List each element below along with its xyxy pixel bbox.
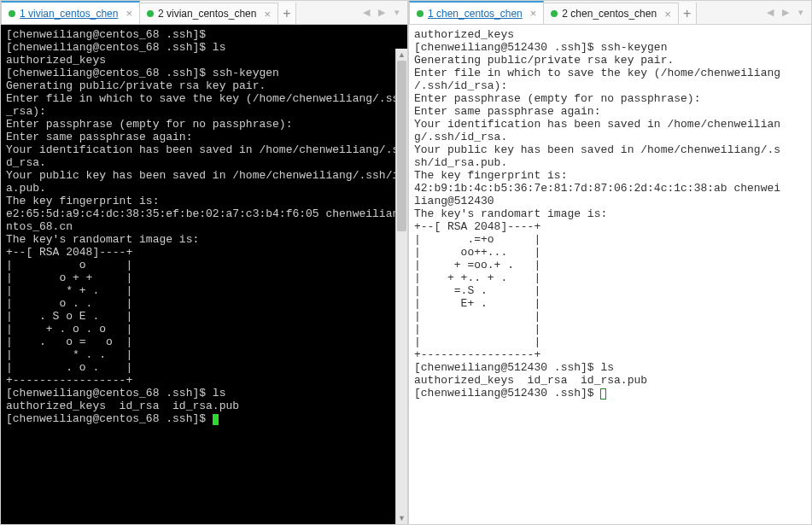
terminal-line: _rsa): [6, 105, 53, 118]
terminal-line: authorized_keys [414, 28, 514, 41]
close-icon[interactable]: × [664, 8, 671, 20]
terminal-line: +--[ RSA 2048]----+ [414, 220, 540, 233]
terminal-line: Enter passphrase (empty for no passphras… [414, 92, 707, 105]
terminal-line: sh/id_rsa.pub. [414, 156, 507, 169]
terminal-line: authorized_keys id_rsa id_rsa.pub [414, 374, 647, 387]
terminal-line: Enter file in which to save the key (/ho… [6, 92, 407, 105]
status-dot-icon [9, 10, 15, 17]
terminal-line: | E+ . | [414, 297, 540, 310]
tab-nav: ◀ ▶ ▾ [356, 1, 407, 24]
terminal-line: Enter same passphrase again: [414, 105, 607, 118]
left-terminal[interactable]: [chenweiliang@centos_68 .ssh]$ [chenweil… [1, 25, 407, 524]
tab-next-icon[interactable]: ▶ [779, 5, 792, 20]
tab-label: 1 chen_centos_chen [428, 8, 523, 20]
terminal-line: [chenweiliang@centos_68 .ssh]$ ssh-keyge… [6, 67, 279, 79]
terminal-line: | oo++... | [414, 246, 540, 259]
terminal-line: Your public key has been saved in /home/… [6, 169, 407, 182]
left-pane: 1 vivian_centos_chen × 2 vivian_centos_c… [0, 0, 408, 525]
left-scrollbar[interactable]: ▲ ▼ [395, 49, 407, 524]
terminal-line: authorized_keys [6, 54, 106, 67]
terminal-line: [chenweiliang@centos_68 .ssh]$ ls [6, 387, 225, 400]
terminal-line: ntos_68.cn [6, 220, 73, 233]
terminal-line: Generating public/private rsa key pair. [414, 54, 674, 67]
right-terminal[interactable]: authorized_keys [chenweiliang@512430 .ss… [409, 25, 811, 524]
terminal-line: [chenweiliang@512430 .ssh]$ [414, 387, 600, 400]
terminal-line: | o | [6, 259, 132, 271]
terminal-line: | | [414, 335, 540, 348]
terminal-line: | * . . | [6, 348, 132, 361]
close-icon[interactable]: × [126, 7, 132, 20]
right-tabbar: 1 chen_centos_chen × 2 chen_centos_chen … [409, 1, 811, 25]
terminal-line: | o + + | [6, 271, 132, 284]
terminal-line: | . S o E . | [6, 310, 132, 323]
add-tab-button[interactable]: + [678, 3, 697, 24]
terminal-line: +--[ RSA 2048]----+ [6, 246, 132, 259]
terminal-line: +-----------------+ [414, 348, 540, 361]
terminal-line: d_rsa. [6, 156, 46, 169]
terminal-line: 42:b9:1b:4c:b5:36:7e:81:7d:87:06:2d:4c:1… [414, 182, 780, 195]
terminal-line: | .=+o | [414, 233, 540, 246]
terminal-line: [chenweiliang@512430 .ssh]$ ls [414, 361, 614, 374]
tab-vivian-2[interactable]: 2 vivian_centos_chen × [139, 3, 278, 24]
tab-vivian-1[interactable]: 1 vivian_centos_chen × [1, 1, 140, 24]
close-icon[interactable]: × [530, 7, 537, 20]
tab-chen-1[interactable]: 1 chen_centos_chen × [409, 1, 544, 24]
terminal-line: | o . . | [6, 297, 132, 310]
terminal-line: Generating public/private rsa key pair. [6, 79, 266, 92]
right-pane: 1 chen_centos_chen × 2 chen_centos_chen … [408, 0, 812, 525]
cursor-icon [600, 388, 606, 400]
terminal-line: Your public key has been saved in /home/… [414, 143, 780, 156]
terminal-line: +-----------------+ [6, 374, 132, 387]
tab-prev-icon[interactable]: ◀ [763, 5, 777, 20]
terminal-line: The key fingerprint is: [6, 195, 159, 207]
terminal-line: | + +.. + . | [414, 271, 540, 284]
terminal-line: Enter file in which to save the key (/ho… [414, 67, 780, 79]
status-dot-icon [147, 10, 154, 17]
tab-nav: ◀ ▶ ▾ [760, 1, 811, 24]
terminal-line: | . o . | [6, 361, 132, 374]
terminal-line: g/.ssh/id_rsa. [414, 131, 507, 143]
tab-label: 2 chen_centos_chen [562, 8, 657, 20]
add-tab-button[interactable]: + [277, 3, 296, 24]
tab-label: 2 vivian_centos_chen [158, 8, 256, 20]
terminal-line: | * + . | [6, 284, 132, 297]
close-icon[interactable]: × [264, 8, 271, 20]
terminal-line: The key's randomart image is: [6, 233, 199, 246]
terminal-line: | + . o . o | [6, 323, 132, 335]
terminal-line: | + =oo.+ . | [414, 259, 540, 271]
tab-label: 1 vivian_centos_chen [20, 8, 118, 20]
tab-menu-icon[interactable]: ▾ [390, 5, 404, 20]
tab-next-icon[interactable]: ▶ [375, 5, 388, 20]
left-tabbar: 1 vivian_centos_chen × 2 vivian_centos_c… [1, 1, 407, 25]
terminal-line: Your identification has been saved in /h… [6, 143, 407, 156]
tab-menu-icon[interactable]: ▾ [794, 5, 808, 20]
terminal-line: The key fingerprint is: [414, 169, 567, 182]
terminal-line: Enter same passphrase again: [6, 131, 199, 143]
cursor-icon [213, 414, 219, 425]
terminal-line: [chenweiliang@centos_68 .ssh]$ [6, 412, 213, 425]
terminal-line: Enter passphrase (empty for no passphras… [6, 118, 299, 131]
terminal-line: liang@512430 [414, 195, 494, 207]
terminal-line: | . o = o | [6, 335, 132, 348]
terminal-line: e2:65:5d:a9:c4:dc:38:35:ef:be:02:a7:c3:b… [6, 207, 407, 220]
terminal-line: [chenweiliang@512430 .ssh]$ ssh-keygen [414, 41, 667, 54]
terminal-line: [chenweiliang@centos_68 .ssh]$ ls [6, 41, 225, 54]
terminal-line: authorized_keys id_rsa id_rsa.pub [6, 400, 239, 412]
terminal-line: | =.S . | [414, 284, 540, 297]
terminal-line: /.ssh/id_rsa): [414, 79, 514, 92]
terminal-line: | | [414, 310, 540, 323]
terminal-line: a.pub. [6, 182, 46, 195]
tab-chen-2[interactable]: 2 chen_centos_chen × [543, 3, 678, 24]
scrollbar-thumb[interactable] [397, 61, 406, 231]
tab-prev-icon[interactable]: ◀ [359, 5, 373, 20]
terminal-line: The key's randomart image is: [414, 207, 607, 220]
status-dot-icon [551, 10, 558, 17]
terminal-line: Your identification has been saved in /h… [414, 118, 780, 131]
terminal-line: [chenweiliang@centos_68 .ssh]$ [6, 28, 213, 41]
scroll-up-icon[interactable]: ▲ [396, 49, 407, 61]
status-dot-icon [417, 10, 424, 17]
terminal-line: | | [414, 323, 540, 335]
scroll-down-icon[interactable]: ▼ [396, 512, 407, 524]
